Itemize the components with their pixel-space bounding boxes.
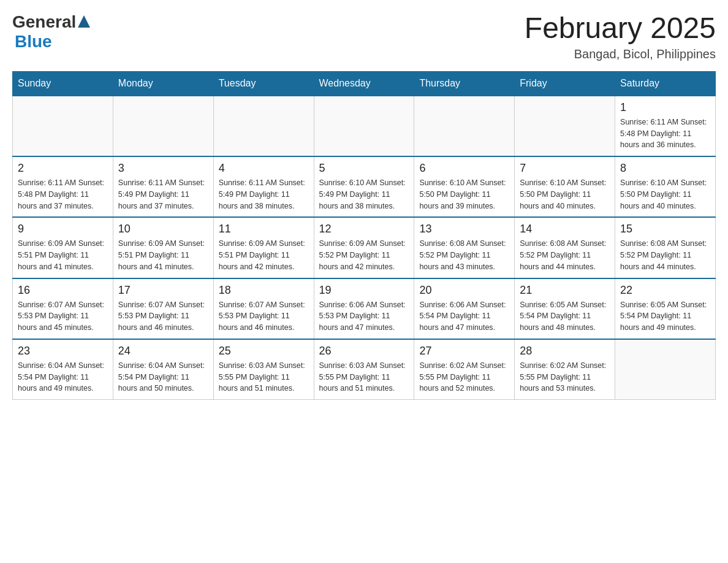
day-info: Sunrise: 6:09 AM Sunset: 5:51 PM Dayligh… [118, 238, 208, 272]
svg-marker-0 [78, 15, 90, 28]
day-number: 1 [620, 101, 710, 114]
calendar-day [615, 339, 716, 400]
day-info: Sunrise: 6:07 AM Sunset: 5:53 PM Dayligh… [219, 299, 309, 334]
day-info: Sunrise: 6:08 AM Sunset: 5:52 PM Dayligh… [419, 238, 509, 272]
day-number: 4 [219, 162, 309, 175]
day-number: 6 [419, 162, 509, 175]
calendar-day: 17Sunrise: 6:07 AM Sunset: 5:53 PM Dayli… [113, 278, 213, 339]
day-number: 11 [219, 223, 309, 236]
calendar-day: 19Sunrise: 6:06 AM Sunset: 5:53 PM Dayli… [314, 278, 414, 339]
day-info: Sunrise: 6:10 AM Sunset: 5:50 PM Dayligh… [419, 177, 509, 212]
day-info: Sunrise: 6:11 AM Sunset: 5:48 PM Dayligh… [18, 177, 108, 212]
day-number: 26 [319, 345, 409, 358]
day-info: Sunrise: 6:08 AM Sunset: 5:52 PM Dayligh… [520, 238, 610, 272]
day-number: 23 [18, 345, 108, 358]
calendar-header-thursday: Thursday [414, 71, 515, 96]
logo-triangle-icon [78, 15, 90, 28]
day-info: Sunrise: 6:08 AM Sunset: 5:52 PM Dayligh… [620, 238, 710, 272]
day-info: Sunrise: 6:10 AM Sunset: 5:50 PM Dayligh… [620, 177, 710, 212]
day-info: Sunrise: 6:10 AM Sunset: 5:49 PM Dayligh… [319, 177, 409, 212]
calendar-day: 1Sunrise: 6:11 AM Sunset: 5:48 PM Daylig… [615, 96, 716, 156]
logo-general-text: General [12, 12, 76, 32]
day-info: Sunrise: 6:02 AM Sunset: 5:55 PM Dayligh… [520, 360, 610, 394]
calendar-day: 15Sunrise: 6:08 AM Sunset: 5:52 PM Dayli… [615, 217, 716, 278]
day-number: 17 [118, 284, 208, 297]
day-info: Sunrise: 6:07 AM Sunset: 5:53 PM Dayligh… [118, 299, 208, 334]
day-number: 3 [118, 162, 208, 175]
day-info: Sunrise: 6:09 AM Sunset: 5:52 PM Dayligh… [319, 238, 409, 272]
calendar-day: 26Sunrise: 6:03 AM Sunset: 5:55 PM Dayli… [314, 339, 414, 400]
calendar-header-saturday: Saturday [615, 71, 716, 96]
logo-blue-text: Blue [12, 32, 90, 52]
day-number: 18 [219, 284, 309, 297]
calendar-day: 25Sunrise: 6:03 AM Sunset: 5:55 PM Dayli… [213, 339, 314, 400]
day-info: Sunrise: 6:04 AM Sunset: 5:54 PM Dayligh… [118, 360, 208, 394]
calendar-week-row: 16Sunrise: 6:07 AM Sunset: 5:53 PM Dayli… [13, 278, 716, 339]
calendar-day [314, 96, 414, 156]
calendar-header-wednesday: Wednesday [314, 71, 414, 96]
calendar-day [515, 96, 615, 156]
calendar-day: 13Sunrise: 6:08 AM Sunset: 5:52 PM Dayli… [414, 217, 515, 278]
calendar-day: 21Sunrise: 6:05 AM Sunset: 5:54 PM Dayli… [515, 278, 615, 339]
calendar-day: 28Sunrise: 6:02 AM Sunset: 5:55 PM Dayli… [515, 339, 615, 400]
day-number: 8 [620, 162, 710, 175]
calendar-day: 5Sunrise: 6:10 AM Sunset: 5:49 PM Daylig… [314, 156, 414, 217]
day-number: 10 [118, 223, 208, 236]
day-info: Sunrise: 6:09 AM Sunset: 5:51 PM Dayligh… [18, 238, 108, 272]
calendar-day: 3Sunrise: 6:11 AM Sunset: 5:49 PM Daylig… [113, 156, 213, 217]
calendar-header-monday: Monday [113, 71, 213, 96]
calendar-day: 9Sunrise: 6:09 AM Sunset: 5:51 PM Daylig… [13, 217, 113, 278]
day-info: Sunrise: 6:03 AM Sunset: 5:55 PM Dayligh… [319, 360, 409, 394]
day-number: 2 [18, 162, 108, 175]
day-info: Sunrise: 6:03 AM Sunset: 5:55 PM Dayligh… [219, 360, 309, 394]
day-info: Sunrise: 6:05 AM Sunset: 5:54 PM Dayligh… [520, 299, 610, 334]
day-number: 27 [419, 345, 509, 358]
calendar-day: 18Sunrise: 6:07 AM Sunset: 5:53 PM Dayli… [213, 278, 314, 339]
calendar-header-sunday: Sunday [13, 71, 113, 96]
day-info: Sunrise: 6:06 AM Sunset: 5:54 PM Dayligh… [419, 299, 509, 334]
day-number: 25 [219, 345, 309, 358]
calendar-day [13, 96, 113, 156]
day-number: 22 [620, 284, 710, 297]
calendar-day: 7Sunrise: 6:10 AM Sunset: 5:50 PM Daylig… [515, 156, 615, 217]
day-number: 13 [419, 223, 509, 236]
day-info: Sunrise: 6:11 AM Sunset: 5:48 PM Dayligh… [620, 117, 710, 151]
day-number: 15 [620, 223, 710, 236]
calendar-day: 6Sunrise: 6:10 AM Sunset: 5:50 PM Daylig… [414, 156, 515, 217]
calendar-header-friday: Friday [515, 71, 615, 96]
calendar-day: 10Sunrise: 6:09 AM Sunset: 5:51 PM Dayli… [113, 217, 213, 278]
day-number: 28 [520, 345, 610, 358]
calendar-day: 8Sunrise: 6:10 AM Sunset: 5:50 PM Daylig… [615, 156, 716, 217]
calendar-day [213, 96, 314, 156]
month-title: February 2025 [525, 12, 716, 45]
calendar-week-row: 9Sunrise: 6:09 AM Sunset: 5:51 PM Daylig… [13, 217, 716, 278]
page-header: General Blue February 2025 Bangad, Bicol… [12, 12, 716, 61]
calendar-day: 16Sunrise: 6:07 AM Sunset: 5:53 PM Dayli… [13, 278, 113, 339]
calendar-week-row: 23Sunrise: 6:04 AM Sunset: 5:54 PM Dayli… [13, 339, 716, 400]
day-info: Sunrise: 6:09 AM Sunset: 5:51 PM Dayligh… [219, 238, 309, 272]
calendar-week-row: 2Sunrise: 6:11 AM Sunset: 5:48 PM Daylig… [13, 156, 716, 217]
calendar-header-row: SundayMondayTuesdayWednesdayThursdayFrid… [13, 71, 716, 96]
day-number: 19 [319, 284, 409, 297]
day-number: 9 [18, 223, 108, 236]
calendar-day: 20Sunrise: 6:06 AM Sunset: 5:54 PM Dayli… [414, 278, 515, 339]
day-info: Sunrise: 6:10 AM Sunset: 5:50 PM Dayligh… [520, 177, 610, 212]
calendar-header-tuesday: Tuesday [213, 71, 314, 96]
calendar-day: 14Sunrise: 6:08 AM Sunset: 5:52 PM Dayli… [515, 217, 615, 278]
calendar-day: 23Sunrise: 6:04 AM Sunset: 5:54 PM Dayli… [13, 339, 113, 400]
day-info: Sunrise: 6:02 AM Sunset: 5:55 PM Dayligh… [419, 360, 509, 394]
calendar-week-row: 1Sunrise: 6:11 AM Sunset: 5:48 PM Daylig… [13, 96, 716, 156]
location-title: Bangad, Bicol, Philippines [525, 47, 716, 61]
calendar-day: 22Sunrise: 6:05 AM Sunset: 5:54 PM Dayli… [615, 278, 716, 339]
calendar-day: 4Sunrise: 6:11 AM Sunset: 5:49 PM Daylig… [213, 156, 314, 217]
day-info: Sunrise: 6:06 AM Sunset: 5:53 PM Dayligh… [319, 299, 409, 334]
calendar-day [113, 96, 213, 156]
day-info: Sunrise: 6:04 AM Sunset: 5:54 PM Dayligh… [18, 360, 108, 394]
day-info: Sunrise: 6:11 AM Sunset: 5:49 PM Dayligh… [219, 177, 309, 212]
day-number: 5 [319, 162, 409, 175]
day-info: Sunrise: 6:07 AM Sunset: 5:53 PM Dayligh… [18, 299, 108, 334]
day-number: 16 [18, 284, 108, 297]
calendar-day: 11Sunrise: 6:09 AM Sunset: 5:51 PM Dayli… [213, 217, 314, 278]
day-number: 24 [118, 345, 208, 358]
day-info: Sunrise: 6:05 AM Sunset: 5:54 PM Dayligh… [620, 299, 710, 334]
